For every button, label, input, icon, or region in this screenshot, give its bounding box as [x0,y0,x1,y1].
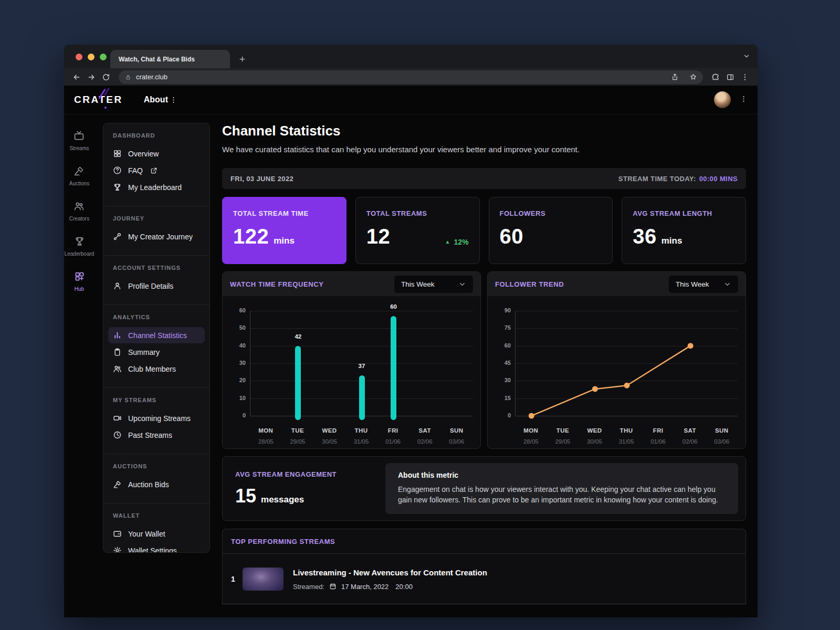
stat-value: 36 [633,225,657,248]
date-label: 31/05 [611,438,643,445]
sidebar-item-my-leaderboard[interactable]: My Leaderboard [108,179,205,195]
side-panel-button[interactable] [723,70,738,84]
stat-value: 60 [500,225,524,248]
day-label: FRI [377,427,409,434]
rail-item-label: Leaderboard [65,251,94,257]
reload-icon [102,73,110,81]
stream-row[interactable]: 1Livestreaming - New Avencues for Conten… [223,554,746,604]
top-performing-streams-card: TOP PERFORMING STREAMS 1Livestreaming - … [222,529,746,604]
rail-item-label: Hub [75,286,84,292]
about-metric-panel: About this metric Engagement on chat is … [385,463,738,514]
share-button[interactable] [668,71,681,83]
sidebar-item-your-wallet[interactable]: Your Wallet [108,526,205,542]
profile-menu-button[interactable] [740,95,748,105]
rail-item-label: Creators [69,216,89,222]
date-label: 30/05 [313,438,345,445]
browser-menu-button[interactable] [738,70,752,84]
back-button[interactable] [69,70,84,84]
chevron-down-icon [743,52,750,60]
gridline [250,311,472,311]
date-label: 28/05 [515,438,547,445]
close-window-button[interactable] [76,54,82,60]
range-value: This Week [401,280,435,288]
bar-tue [295,346,301,420]
sidebar-item-faq[interactable]: FAQ [108,162,205,178]
y-tick-label: 30 [496,377,511,383]
sidebar-item-label: Channel Statistics [128,331,187,340]
sidebar-item-auction-bids[interactable]: Auction Bids [108,476,205,492]
wallet-icon [113,529,122,538]
sidebar-item-label: Upcoming Streams [128,414,191,423]
gavel-icon [113,480,122,489]
day-label: SUN [440,427,472,434]
sidebar-item-my-creator-journey[interactable]: My Creator Journey [108,228,205,245]
watch-time-range-select[interactable]: This Week [394,276,473,293]
forward-button[interactable] [84,70,99,84]
tab-search-button[interactable] [743,52,750,62]
external-icon [150,167,158,174]
sidebar-item-overview[interactable]: Overview [108,145,205,162]
day-label: TUE [282,427,314,434]
sidebar-item-profile-details[interactable]: Profile Details [108,278,205,294]
panel-icon [726,73,734,81]
rail-item-streams[interactable]: Streams [69,130,89,151]
kebab-icon [170,96,177,104]
y-tick-label: 15 [496,395,511,401]
chart-title: FOLLOWER TREND [495,280,564,288]
stream-title: Livestreaming - New Avencues for Content… [293,568,487,577]
bar-chart-plot: 0102030405060423760 [250,311,472,416]
sidebar-item-past-streams[interactable]: Past Streams [108,427,205,443]
sidebar-section-title: MY STREAMS [113,397,200,403]
bookmark-button[interactable] [686,71,700,83]
follower-trend-range-select[interactable]: This Week [669,276,738,293]
reload-button[interactable] [99,70,113,84]
x-axis-label-tue: TUE29/05 [547,427,579,445]
avatar[interactable] [714,91,731,108]
rail-item-leaderboard[interactable]: Leaderboard [65,236,94,257]
rail-item-hub[interactable]: Hub [74,271,85,292]
trophy-icon [113,183,122,192]
kebab-icon [740,95,748,103]
stat-card-followers: FOLLOWERS60 [489,197,613,264]
sidebar-item-label: Overview [128,150,159,158]
url-bar[interactable]: crater.club [119,70,703,84]
line-chart-plot: 0153045607590 [515,311,738,416]
top-streams-title: TOP PERFORMING STREAMS [223,529,746,554]
bar-chart-body: 0102030405060423760 MON28/05TUE29/05WED3… [223,296,480,445]
stat-label: AVG STREAM LENGTH [633,209,735,217]
lock-icon [125,74,131,80]
stat-delta: ▲12% [445,238,469,246]
minimize-window-button[interactable] [88,54,94,60]
grid-plus-icon [74,271,85,282]
sidebar-item-club-members[interactable]: Club Members [108,361,205,377]
sidebar-section-title: DASHBOARD [113,132,200,139]
y-tick-label: 60 [231,307,246,313]
rail-item-creators[interactable]: Creators [69,201,89,222]
chart-title: WATCH TIME FREQUENCY [230,280,324,288]
browser-tab[interactable]: Watch, Chat & Place Bids [110,50,230,68]
stat-value-row: 12▲12% [366,225,469,248]
extensions-button[interactable] [708,70,723,84]
day-label: SAT [409,427,441,434]
crater-logo[interactable]: CRATER [74,94,123,106]
day-label: MON [250,427,282,434]
star-icon [689,73,697,81]
sidebar-section-title: WALLET [113,512,200,519]
journey-icon [113,232,122,241]
day-label: WED [313,427,345,434]
rail-item-label: Streams [69,145,89,151]
sidebar-item-wallet-settings[interactable]: Wallet Settings [108,542,205,553]
avg-stream-engagement-card: AVG STREAM ENGAGEMENT 15 messages About … [222,456,746,521]
maximize-window-button[interactable] [100,54,107,60]
sidebar-item-channel-statistics[interactable]: Channel Statistics [108,327,205,343]
sidebar-section-my-streams: MY STREAMSUpcoming StreamsPast Streams [103,387,209,454]
gridline [250,328,472,329]
sidebar-item-upcoming-streams[interactable]: Upcoming Streams [108,410,205,426]
sidebar-section-account-settings: ACCOUNT SETTINGSProfile Details [103,255,209,304]
sidebar-item-summary[interactable]: Summary [108,344,205,360]
stream-time-label: STREAM TIME TODAY: [618,175,696,183]
rail-item-auctions[interactable]: Auctions [69,165,89,186]
nav-about[interactable]: About [144,95,177,104]
new-tab-button[interactable] [234,51,250,67]
page-subtitle: We have curated statistics that can help… [222,145,746,154]
